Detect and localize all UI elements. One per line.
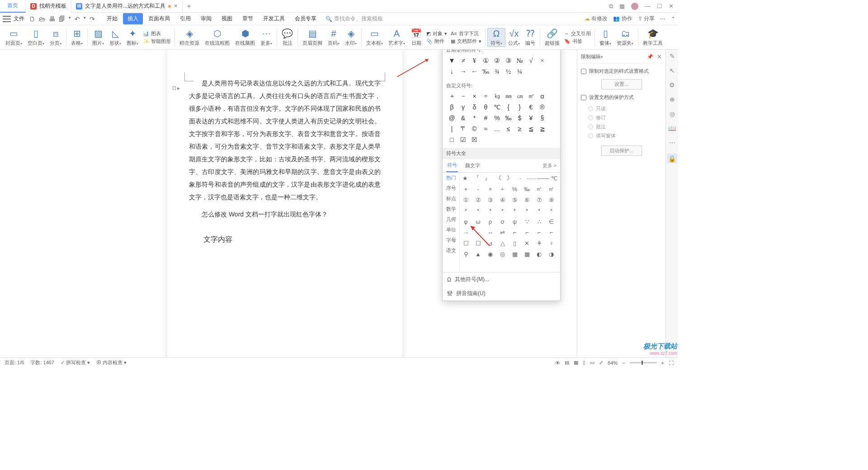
- tab-home[interactable]: 首页: [0, 0, 26, 13]
- doc-parts-button[interactable]: ▦ 文档部件▾: [451, 38, 481, 45]
- view2-icon[interactable]: ▦: [574, 360, 578, 366]
- close-pane-icon[interactable]: ✕: [657, 53, 662, 60]
- symbol-cell[interactable]: ¥: [469, 55, 480, 66]
- pen-icon[interactable]: ✎: [670, 52, 675, 60]
- comment-button[interactable]: 💬批注: [279, 28, 296, 47]
- symbol-category[interactable]: 字母: [443, 235, 459, 245]
- open-icon[interactable]: 🗁: [39, 15, 45, 23]
- symbol-cell[interactable]: ©: [469, 123, 480, 134]
- preview-icon[interactable]: 🗐: [59, 15, 65, 23]
- symbol-cell[interactable]: －: [458, 91, 469, 102]
- symbol-cell[interactable]: →: [460, 227, 472, 238]
- hyperlink-button[interactable]: 🔗超链接: [542, 28, 562, 47]
- symbol-cell[interactable]: |: [446, 123, 458, 134]
- menu-start[interactable]: 开始: [102, 13, 122, 24]
- symbol-cell[interactable]: #: [480, 113, 491, 123]
- symbol-cell[interactable]: β: [446, 102, 458, 113]
- symbol-cell[interactable]: …: [491, 123, 503, 134]
- symbol-cell[interactable]: ψ: [509, 216, 521, 227]
- symbol-cell[interactable]: ×: [537, 55, 548, 66]
- blank-page-button[interactable]: ▯空白页▾: [25, 28, 47, 47]
- protect-radio[interactable]: 只读: [588, 105, 662, 112]
- symbol-cell[interactable]: ½: [503, 66, 514, 77]
- symbol-cell[interactable]: ⚘: [533, 238, 545, 249]
- symbol-cell[interactable]: ℃: [491, 102, 503, 113]
- symbol-cell[interactable]: ‰: [521, 183, 533, 194]
- user-avatar-icon[interactable]: [631, 3, 638, 10]
- textbox-button[interactable]: ▭文本框▾: [363, 28, 386, 47]
- undo-icon[interactable]: ↶: [75, 15, 80, 23]
- shapes-button[interactable]: ◺形状▾: [107, 28, 124, 47]
- symbol-cell[interactable]: ◐: [533, 249, 545, 259]
- cover-page-button[interactable]: ▭封面页▾: [3, 28, 25, 47]
- symbol-category[interactable]: 标点: [443, 193, 459, 204]
- nav-icon[interactable]: ◎: [670, 110, 675, 118]
- symbol-cell[interactable]: ·: [515, 173, 527, 183]
- hamburger-icon[interactable]: [3, 16, 11, 22]
- symbol-cell[interactable]: ←: [469, 66, 480, 77]
- symbol-cell[interactable]: ⑤: [509, 194, 521, 205]
- symbol-cell[interactable]: ⊿: [484, 238, 496, 249]
- symbol-cell[interactable]: }: [514, 102, 525, 113]
- symbol-cell[interactable]: ρ: [484, 216, 496, 227]
- tab-add-button[interactable]: +: [183, 2, 195, 10]
- symbol-cell[interactable]: ①: [460, 194, 472, 205]
- document-body[interactable]: 是人类用符号记录表达信息以传之久远的方式和工具。现代文字大多是记录语言的工具。人…: [189, 77, 381, 247]
- symbol-cell[interactable]: ←: [472, 227, 484, 238]
- symbol-cell[interactable]: □: [446, 134, 458, 145]
- menu-insert[interactable]: 插入: [123, 13, 143, 24]
- symbol-cell[interactable]: ⌐: [521, 227, 533, 238]
- symbol-tab-emoticons[interactable]: 颜文字: [464, 160, 481, 172]
- share-button[interactable]: ⇪ 分享: [638, 15, 655, 23]
- symbol-cell[interactable]: ◎: [496, 249, 509, 259]
- picture-button[interactable]: ▨图片▾: [90, 28, 107, 47]
- symbol-cell[interactable]: §: [537, 113, 548, 123]
- protect-radio[interactable]: 批注: [588, 123, 662, 130]
- symbol-cell[interactable]: ▲: [472, 249, 484, 259]
- symbol-category[interactable]: 语文: [443, 245, 459, 256]
- symbol-cell[interactable]: *: [521, 205, 533, 216]
- tab-docer[interactable]: D找稻壳模板: [26, 0, 71, 13]
- menu-ref[interactable]: 引用: [175, 13, 195, 24]
- symbol-cell[interactable]: +: [460, 183, 472, 194]
- wordart-button[interactable]: A艺术字▾: [386, 28, 408, 47]
- symbol-cell[interactable]: ③: [503, 55, 514, 66]
- lock-icon[interactable]: 🔒: [667, 154, 677, 164]
- symbol-cell[interactable]: ㎜: [503, 91, 514, 102]
- date-button[interactable]: 📅日期: [408, 28, 425, 47]
- symbol-category[interactable]: 几何: [443, 214, 459, 225]
- view4-icon[interactable]: ▭: [590, 360, 594, 366]
- symbol-cell[interactable]: →: [458, 66, 469, 77]
- symbol-cell[interactable]: {: [503, 102, 514, 113]
- settings-icon[interactable]: ⊕: [670, 96, 675, 103]
- watermark-button[interactable]: ◈水印▾: [342, 28, 359, 47]
- symbol-cell[interactable]: ♀: [545, 238, 557, 249]
- symbol-cell[interactable]: ω: [472, 216, 484, 227]
- symbol-cell[interactable]: ⚲: [460, 249, 472, 259]
- caret-icon[interactable]: ▾: [69, 15, 71, 23]
- menu-layout[interactable]: 页面布局: [144, 13, 175, 24]
- symbol-more-link[interactable]: 更多 >: [542, 162, 557, 169]
- symbol-cell[interactable]: $: [514, 113, 525, 123]
- minimize-button[interactable]: —: [645, 3, 651, 9]
- teaching-button[interactable]: 🎓教学工具: [640, 28, 665, 47]
- attachment-button[interactable]: 📎 附件: [426, 38, 447, 45]
- symbol-cell[interactable]: ¥: [525, 113, 537, 123]
- table-button[interactable]: ⊞表格▾: [68, 28, 85, 47]
- tab-document[interactable]: W文字是人类用符...远的方式和工具✕: [71, 0, 183, 13]
- symbol-cell[interactable]: *: [509, 205, 521, 216]
- symbol-cell[interactable]: ☐: [460, 238, 472, 249]
- symbol-cell[interactable]: ②: [472, 194, 484, 205]
- symbol-cell[interactable]: €: [525, 102, 537, 113]
- symbol-cell[interactable]: δ: [469, 102, 480, 113]
- protect-radio[interactable]: 修订: [588, 114, 662, 121]
- symbol-cell[interactable]: ≧: [537, 123, 548, 134]
- word-count[interactable]: 字数: 1467: [30, 359, 54, 366]
- symbol-cell[interactable]: ≤: [503, 123, 514, 134]
- symbol-cell[interactable]: ↔: [484, 227, 496, 238]
- symbol-cell[interactable]: ㎏: [491, 91, 503, 102]
- page-break-button[interactable]: ⧈分页▾: [47, 28, 64, 47]
- symbol-cell[interactable]: ④: [496, 194, 509, 205]
- symbol-cell[interactable]: α: [537, 91, 548, 102]
- symbol-cell[interactable]: ㎡: [533, 183, 545, 194]
